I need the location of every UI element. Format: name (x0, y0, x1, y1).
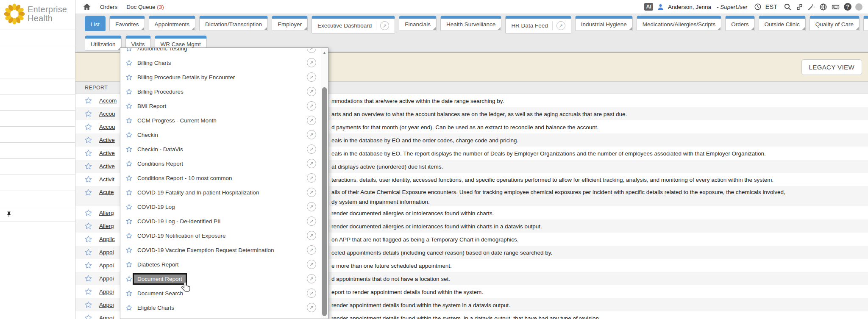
globe-icon[interactable] (819, 3, 827, 11)
home-icon[interactable] (83, 3, 91, 11)
external-link-icon[interactable]: ↗ (380, 21, 389, 30)
report-link[interactable]: Allerg (99, 210, 114, 216)
favorite-star-icon[interactable] (126, 305, 132, 311)
ai-badge[interactable]: AI (644, 3, 653, 11)
favorite-star-icon[interactable] (126, 74, 132, 80)
tab[interactable]: Industrial Hygiene ↗ (575, 16, 633, 31)
report-link[interactable]: Activit (99, 176, 114, 183)
link-icon[interactable] (796, 3, 804, 11)
open-in-new-icon[interactable]: ↗ (307, 188, 316, 197)
favorite-star-icon[interactable] (85, 209, 92, 216)
tab[interactable]: Health Surveillance ↗ (440, 16, 501, 31)
sidebar-item[interactable] (0, 191, 75, 207)
favorite-star-icon[interactable] (85, 262, 92, 269)
report-link[interactable]: Appoi (99, 302, 114, 308)
open-in-new-icon[interactable]: ↗ (307, 288, 316, 298)
sidebar-item[interactable] (0, 46, 75, 62)
dropdown-item[interactable]: Conditions Report - 10 most common ↗ (120, 171, 328, 185)
tab[interactable]: Outside Clinic ↗ (759, 16, 806, 31)
dropdown-item[interactable]: COVID-19 Notification of Exposure ↗ (120, 228, 328, 243)
report-link[interactable]: Active (99, 163, 115, 169)
open-in-new-icon[interactable]: ↗ (307, 87, 316, 96)
favorite-star-icon[interactable] (85, 189, 92, 196)
favorite-star-icon[interactable] (85, 163, 92, 170)
tab[interactable]: Appointments ↗ (149, 16, 196, 31)
favorite-star-icon[interactable] (126, 247, 132, 253)
open-in-new-icon[interactable]: ↗ (307, 144, 316, 154)
favorite-star-icon[interactable] (85, 222, 92, 230)
presence-icon[interactable] (855, 3, 862, 11)
favorite-star-icon[interactable] (126, 60, 132, 66)
favorite-star-icon[interactable] (126, 290, 132, 297)
sidebar-item[interactable] (0, 110, 75, 126)
doc-queue-link[interactable]: Doc Queue (3) (126, 4, 164, 10)
dropdown-item[interactable]: Billing Charts ↗ (120, 55, 328, 70)
tab[interactable]: Orders ↗ (725, 16, 754, 31)
dropdown-item[interactable]: COVID-19 Log - De-identified PII ↗ (120, 214, 328, 228)
favorite-star-icon[interactable] (85, 123, 92, 130)
favorite-star-icon[interactable] (126, 132, 132, 138)
open-in-new-icon[interactable]: ↗ (307, 274, 316, 283)
favorite-star-icon[interactable] (85, 301, 92, 308)
sidebar-item[interactable] (0, 158, 75, 175)
scroll-up-arrow-icon[interactable]: ▲ (321, 50, 328, 55)
tab[interactable]: List ↗ (85, 16, 106, 31)
report-link[interactable]: Appoi (99, 288, 114, 295)
dropdown-item[interactable]: CCM Progress - Current Month ↗ (120, 113, 328, 128)
dropdown-item[interactable]: Checkin - DataVis ↗ (120, 142, 328, 156)
tab[interactable]: Safety ↗ (863, 16, 868, 31)
favorite-star-icon[interactable] (85, 288, 92, 295)
favorite-star-icon[interactable] (126, 276, 132, 282)
external-link-icon[interactable]: ↗ (556, 21, 565, 30)
tab[interactable]: Utilization ↗ (85, 36, 122, 51)
sidebar-item[interactable] (0, 126, 75, 142)
tab[interactable]: Executive Dashboard ↗ (312, 16, 395, 33)
dropdown-item[interactable]: Conditions Report ↗ (120, 156, 328, 171)
favorite-star-icon[interactable] (85, 150, 92, 157)
pin-icon[interactable] (6, 211, 12, 218)
search-icon[interactable] (784, 3, 792, 11)
open-in-new-icon[interactable]: ↗ (307, 130, 316, 139)
tab[interactable]: Quality of Care ↗ (810, 16, 860, 31)
dropdown-item[interactable]: COVID-19 Vaccine Exemption Request Deter… (120, 243, 328, 257)
favorite-star-icon[interactable] (126, 233, 132, 239)
favorite-star-icon[interactable] (85, 314, 92, 319)
favorite-star-icon[interactable] (126, 146, 132, 153)
open-in-new-icon[interactable]: ↗ (307, 116, 316, 125)
favorite-star-icon[interactable] (126, 175, 132, 181)
dropdown-item[interactable]: Document Search ↗ (120, 286, 328, 300)
dropdown-item[interactable]: Eligible Charts ↗ (120, 300, 328, 315)
legacy-view-button[interactable]: LEGACY VIEW (801, 59, 862, 75)
clock-icon[interactable] (754, 3, 762, 11)
dropdown-item[interactable]: Checkin ↗ (120, 128, 328, 142)
report-link[interactable]: Accom (99, 97, 117, 104)
report-link[interactable]: Accou (99, 124, 115, 130)
dropdown-item[interactable]: Billing Procedure Details by Encounter ↗ (120, 70, 328, 84)
open-in-new-icon[interactable]: ↗ (307, 159, 316, 168)
report-link[interactable]: Active (99, 150, 115, 156)
report-link[interactable]: Active (99, 137, 115, 143)
orders-link[interactable]: Orders (100, 4, 117, 10)
favorite-star-icon[interactable] (85, 176, 92, 183)
open-in-new-icon[interactable]: ↗ (307, 202, 316, 211)
favorite-star-icon[interactable] (126, 161, 132, 167)
report-link[interactable]: Appoi (99, 275, 114, 282)
dropdown-item[interactable]: Audiometric Testing ↗ (120, 47, 328, 55)
sidebar-item[interactable] (0, 30, 75, 46)
report-link[interactable]: Allerg (99, 223, 114, 229)
dropdown-item[interactable]: COVID-19 Log ↗ (120, 200, 328, 214)
sidebar-item[interactable] (0, 175, 75, 191)
tab[interactable]: Favorites ↗ (109, 16, 145, 31)
open-in-new-icon[interactable]: ↗ (307, 260, 316, 269)
dropdown-scrollbar[interactable]: ▲ (321, 48, 328, 318)
open-in-new-icon[interactable]: ↗ (307, 58, 316, 67)
dropdown-item[interactable]: Document Report ↗ (120, 272, 328, 286)
favorite-star-icon[interactable] (126, 89, 132, 95)
user-name[interactable]: Anderson, Jenna (668, 4, 711, 10)
open-in-new-icon[interactable]: ↗ (307, 245, 316, 255)
dropdown-item[interactable]: COVID-19 Fatality and In-patient Hospita… (120, 185, 328, 200)
open-in-new-icon[interactable]: ↗ (307, 231, 316, 240)
tab[interactable]: Medications/Allergies/Scripts ↗ (637, 16, 722, 31)
help-icon[interactable]: ? (844, 3, 851, 11)
dropdown-item[interactable]: Diabetes Report ↗ (120, 257, 328, 272)
